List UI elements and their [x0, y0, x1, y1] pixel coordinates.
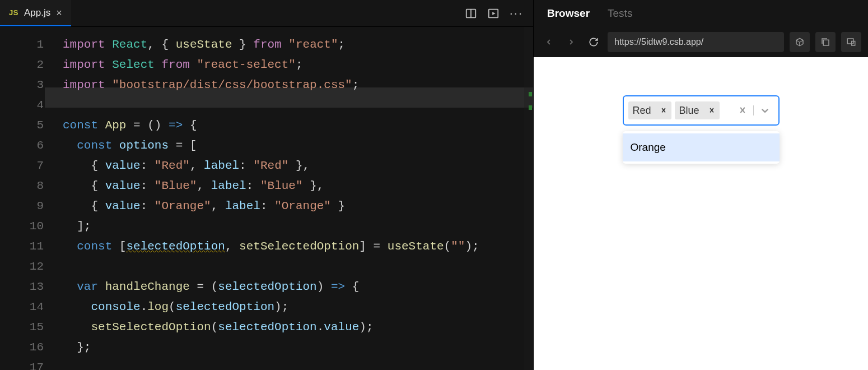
- line-number: 9: [0, 196, 44, 216]
- select-clear-icon[interactable]: [732, 100, 753, 121]
- select-tag-remove-icon[interactable]: [704, 101, 720, 119]
- select-value-container: RedBlue: [628, 101, 732, 119]
- code-line[interactable]: import Select from "react-select";: [63, 55, 533, 75]
- code-line[interactable]: [63, 358, 533, 370]
- tab-tests[interactable]: Tests: [608, 7, 632, 20]
- line-number: 11: [0, 237, 44, 257]
- tab-browser[interactable]: Browser: [547, 7, 590, 20]
- preview-pane: Browser Tests: [533, 0, 868, 370]
- line-number: 1: [0, 35, 44, 55]
- line-number: 15: [0, 317, 44, 337]
- code-line[interactable]: [63, 257, 533, 277]
- code-line[interactable]: const [selectedOption, setSelectedOption…: [63, 237, 533, 257]
- select-tag: Red: [628, 101, 671, 119]
- more-actions-icon[interactable]: ···: [510, 6, 523, 21]
- code-content[interactable]: import React, { useState } from "react";…: [54, 27, 533, 370]
- code-line[interactable]: import "bootstrap/dist/css/bootstrap.css…: [63, 75, 533, 95]
- line-number: 13: [0, 277, 44, 297]
- close-tab-icon[interactable]: ×: [56, 8, 62, 18]
- select-tag-label: Red: [628, 105, 656, 117]
- react-select: RedBlue Orange: [623, 95, 780, 126]
- code-line[interactable]: var handleChange = (selectedOption) => {: [63, 277, 533, 297]
- back-icon[interactable]: [540, 34, 557, 50]
- line-number: 2: [0, 55, 44, 75]
- line-number: 10: [0, 216, 44, 237]
- code-line[interactable]: { value: "Orange", label: "Orange" }: [63, 196, 533, 216]
- editor-tab-bar: JS App.js × ···: [0, 0, 533, 27]
- preview-icon[interactable]: [487, 7, 500, 20]
- line-number: 8: [0, 176, 44, 196]
- line-number: 16: [0, 337, 44, 358]
- editor-tab-filename: App.js: [24, 7, 50, 18]
- line-number: 12: [0, 257, 44, 277]
- code-line[interactable]: const options = [: [63, 136, 533, 156]
- editor-tab-app-js[interactable]: JS App.js ×: [0, 0, 71, 26]
- select-control[interactable]: RedBlue: [623, 95, 780, 126]
- code-line[interactable]: ];: [63, 216, 533, 237]
- select-tag-label: Blue: [675, 105, 704, 117]
- open-codesandbox-icon[interactable]: [790, 32, 810, 52]
- js-file-icon: JS: [9, 8, 18, 17]
- code-line[interactable]: const App = () => {: [63, 115, 533, 136]
- select-menu: Orange: [623, 131, 780, 164]
- forward-icon[interactable]: [563, 34, 580, 50]
- code-line[interactable]: [63, 95, 533, 115]
- code-line[interactable]: { value: "Blue", label: "Blue" },: [63, 176, 533, 196]
- svg-marker-3: [492, 12, 496, 15]
- browser-toolbar: [534, 27, 868, 57]
- svg-rect-4: [823, 40, 829, 45]
- code-area[interactable]: 1234567891011121314151617 import React, …: [0, 27, 533, 370]
- line-number: 5: [0, 115, 44, 136]
- select-tag: Blue: [675, 101, 720, 119]
- line-number: 17: [0, 358, 44, 370]
- line-number: 14: [0, 297, 44, 317]
- address-bar[interactable]: [608, 32, 784, 52]
- toggle-responsive-icon[interactable]: [841, 32, 861, 52]
- reload-icon[interactable]: [585, 34, 602, 50]
- line-number: 4: [0, 95, 44, 115]
- select-tag-remove-icon[interactable]: [656, 101, 671, 119]
- code-line[interactable]: { value: "Red", label: "Red" },: [63, 156, 533, 176]
- code-line[interactable]: };: [63, 337, 533, 358]
- line-number: 7: [0, 156, 44, 176]
- preview-tab-bar: Browser Tests: [534, 0, 868, 27]
- split-editor-icon[interactable]: [465, 7, 477, 20]
- code-line[interactable]: console.log(selectedOption);: [63, 297, 533, 317]
- code-line[interactable]: import React, { useState } from "react";: [63, 35, 533, 55]
- select-dropdown-icon[interactable]: [754, 100, 776, 121]
- browser-viewport: RedBlue Orange: [534, 57, 868, 370]
- line-number: 6: [0, 136, 44, 156]
- editor-pane: JS App.js × ··· 123456789101112131415161…: [0, 0, 533, 370]
- line-number-gutter: 1234567891011121314151617: [0, 27, 54, 370]
- line-number: 3: [0, 75, 44, 95]
- open-new-window-icon[interactable]: [815, 32, 836, 52]
- select-option[interactable]: Orange: [623, 133, 780, 161]
- code-line[interactable]: setSelectedOption(selectedOption.value);: [63, 317, 533, 337]
- editor-tab-actions: ···: [465, 0, 533, 26]
